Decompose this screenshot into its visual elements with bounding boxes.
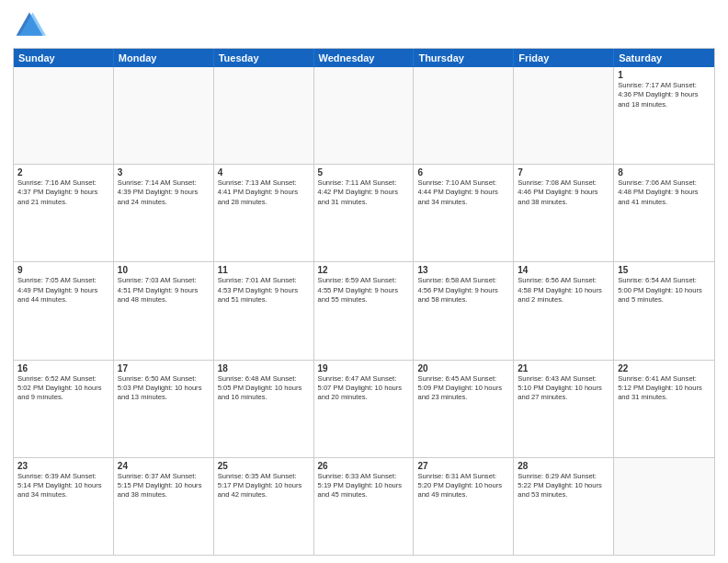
logo: [13, 9, 50, 42]
day-cell-19: 19Sunrise: 6:47 AM Sunset: 5:07 PM Dayli…: [314, 361, 415, 457]
day-number: 1: [618, 70, 711, 80]
day-info: Sunrise: 7:08 AM Sunset: 4:46 PM Dayligh…: [518, 178, 609, 207]
day-number: 28: [518, 461, 609, 471]
day-number: 6: [417, 167, 509, 178]
day-number: 5: [318, 167, 410, 178]
header-day-tuesday: Tuesday: [214, 49, 314, 67]
day-cell-2: 2Sunrise: 7:16 AM Sunset: 4:37 PM Daylig…: [14, 165, 114, 261]
day-number: 26: [318, 461, 410, 471]
day-cell-25: 25Sunrise: 6:35 AM Sunset: 5:17 PM Dayli…: [214, 458, 314, 555]
day-info: Sunrise: 6:37 AM Sunset: 5:15 PM Dayligh…: [118, 472, 210, 500]
day-number: 9: [17, 265, 109, 275]
day-number: 11: [218, 265, 310, 275]
day-number: 7: [518, 167, 609, 178]
day-number: 8: [618, 167, 711, 178]
day-number: 21: [518, 363, 609, 373]
day-info: Sunrise: 7:14 AM Sunset: 4:39 PM Dayligh…: [118, 178, 210, 207]
day-info: Sunrise: 7:05 AM Sunset: 4:49 PM Dayligh…: [17, 276, 109, 304]
day-cell-22: 22Sunrise: 6:41 AM Sunset: 5:12 PM Dayli…: [614, 361, 714, 457]
day-info: Sunrise: 6:33 AM Sunset: 5:19 PM Dayligh…: [318, 472, 410, 500]
header-day-saturday: Saturday: [614, 49, 714, 67]
day-number: 12: [318, 265, 410, 275]
day-info: Sunrise: 7:13 AM Sunset: 4:41 PM Dayligh…: [218, 178, 310, 207]
day-info: Sunrise: 6:48 AM Sunset: 5:05 PM Dayligh…: [218, 374, 310, 403]
day-cell-10: 10Sunrise: 7:03 AM Sunset: 4:51 PM Dayli…: [114, 262, 214, 359]
header-day-monday: Monday: [114, 49, 214, 67]
day-number: 2: [17, 167, 109, 178]
day-cell-21: 21Sunrise: 6:43 AM Sunset: 5:10 PM Dayli…: [514, 361, 614, 457]
day-cell-4: 4Sunrise: 7:13 AM Sunset: 4:41 PM Daylig…: [214, 165, 314, 261]
day-number: 24: [118, 461, 210, 471]
calendar-row-1: 2Sunrise: 7:16 AM Sunset: 4:37 PM Daylig…: [14, 165, 714, 262]
day-cell-26: 26Sunrise: 6:33 AM Sunset: 5:19 PM Dayli…: [314, 458, 415, 555]
day-cell-27: 27Sunrise: 6:31 AM Sunset: 5:20 PM Dayli…: [414, 458, 514, 555]
day-number: 19: [318, 363, 410, 373]
day-cell-empty-0-2: [214, 67, 314, 164]
day-cell-14: 14Sunrise: 6:56 AM Sunset: 4:58 PM Dayli…: [514, 262, 614, 359]
day-info: Sunrise: 6:58 AM Sunset: 4:56 PM Dayligh…: [417, 276, 509, 304]
day-info: Sunrise: 6:43 AM Sunset: 5:10 PM Dayligh…: [518, 374, 609, 403]
day-number: 15: [618, 265, 711, 275]
calendar-row-3: 16Sunrise: 6:52 AM Sunset: 5:02 PM Dayli…: [14, 361, 714, 458]
day-info: Sunrise: 6:59 AM Sunset: 4:55 PM Dayligh…: [318, 276, 410, 304]
day-cell-8: 8Sunrise: 7:06 AM Sunset: 4:48 PM Daylig…: [614, 165, 714, 261]
calendar-row-2: 9Sunrise: 7:05 AM Sunset: 4:49 PM Daylig…: [14, 262, 714, 360]
day-cell-18: 18Sunrise: 6:48 AM Sunset: 5:05 PM Dayli…: [214, 361, 314, 457]
day-number: 13: [417, 265, 509, 275]
day-cell-9: 9Sunrise: 7:05 AM Sunset: 4:49 PM Daylig…: [14, 262, 114, 359]
header: [13, 9, 715, 42]
day-number: 22: [618, 363, 711, 373]
calendar-body: 1Sunrise: 7:17 AM Sunset: 4:36 PM Daylig…: [14, 67, 714, 555]
day-cell-11: 11Sunrise: 7:01 AM Sunset: 4:53 PM Dayli…: [214, 262, 314, 359]
day-info: Sunrise: 6:39 AM Sunset: 5:14 PM Dayligh…: [17, 472, 109, 500]
day-info: Sunrise: 6:54 AM Sunset: 5:00 PM Dayligh…: [618, 276, 711, 304]
day-cell-6: 6Sunrise: 7:10 AM Sunset: 4:44 PM Daylig…: [414, 165, 514, 261]
day-info: Sunrise: 6:52 AM Sunset: 5:02 PM Dayligh…: [17, 374, 109, 403]
calendar-header: SundayMondayTuesdayWednesdayThursdayFrid…: [14, 49, 714, 67]
day-cell-7: 7Sunrise: 7:08 AM Sunset: 4:46 PM Daylig…: [514, 165, 614, 261]
day-number: 3: [118, 167, 210, 178]
header-day-sunday: Sunday: [14, 49, 114, 67]
day-cell-empty-0-5: [514, 67, 614, 164]
day-number: 4: [218, 167, 310, 178]
day-info: Sunrise: 7:01 AM Sunset: 4:53 PM Dayligh…: [218, 276, 310, 304]
day-number: 10: [118, 265, 210, 275]
day-number: 20: [417, 363, 509, 373]
day-number: 18: [218, 363, 310, 373]
day-info: Sunrise: 7:06 AM Sunset: 4:48 PM Dayligh…: [618, 178, 711, 207]
day-info: Sunrise: 6:45 AM Sunset: 5:09 PM Dayligh…: [417, 374, 509, 403]
day-info: Sunrise: 6:29 AM Sunset: 5:22 PM Dayligh…: [518, 472, 609, 500]
day-cell-3: 3Sunrise: 7:14 AM Sunset: 4:39 PM Daylig…: [114, 165, 214, 261]
day-cell-28: 28Sunrise: 6:29 AM Sunset: 5:22 PM Dayli…: [514, 458, 614, 555]
calendar: SundayMondayTuesdayWednesdayThursdayFrid…: [13, 48, 715, 556]
calendar-row-4: 23Sunrise: 6:39 AM Sunset: 5:14 PM Dayli…: [14, 458, 714, 555]
day-cell-5: 5Sunrise: 7:11 AM Sunset: 4:42 PM Daylig…: [314, 165, 415, 261]
day-info: Sunrise: 6:50 AM Sunset: 5:03 PM Dayligh…: [118, 374, 210, 403]
header-day-wednesday: Wednesday: [314, 49, 415, 67]
day-cell-17: 17Sunrise: 6:50 AM Sunset: 5:03 PM Dayli…: [114, 361, 214, 457]
day-cell-empty-0-0: [14, 67, 114, 164]
day-info: Sunrise: 6:47 AM Sunset: 5:07 PM Dayligh…: [318, 374, 410, 403]
day-number: 16: [17, 363, 109, 373]
day-cell-empty-0-4: [414, 67, 514, 164]
day-number: 23: [17, 461, 109, 471]
day-info: Sunrise: 6:31 AM Sunset: 5:20 PM Dayligh…: [417, 472, 509, 500]
day-cell-15: 15Sunrise: 6:54 AM Sunset: 5:00 PM Dayli…: [614, 262, 714, 359]
day-cell-13: 13Sunrise: 6:58 AM Sunset: 4:56 PM Dayli…: [414, 262, 514, 359]
day-info: Sunrise: 7:10 AM Sunset: 4:44 PM Dayligh…: [417, 178, 509, 207]
logo-icon: [13, 9, 46, 42]
calendar-row-0: 1Sunrise: 7:17 AM Sunset: 4:36 PM Daylig…: [14, 67, 714, 165]
day-cell-24: 24Sunrise: 6:37 AM Sunset: 5:15 PM Dayli…: [114, 458, 214, 555]
day-cell-23: 23Sunrise: 6:39 AM Sunset: 5:14 PM Dayli…: [14, 458, 114, 555]
header-day-friday: Friday: [514, 49, 614, 67]
day-info: Sunrise: 6:35 AM Sunset: 5:17 PM Dayligh…: [218, 472, 310, 500]
day-cell-12: 12Sunrise: 6:59 AM Sunset: 4:55 PM Dayli…: [314, 262, 415, 359]
day-cell-16: 16Sunrise: 6:52 AM Sunset: 5:02 PM Dayli…: [14, 361, 114, 457]
day-info: Sunrise: 6:41 AM Sunset: 5:12 PM Dayligh…: [618, 374, 711, 403]
day-number: 25: [218, 461, 310, 471]
day-info: Sunrise: 6:56 AM Sunset: 4:58 PM Dayligh…: [518, 276, 609, 304]
page: SundayMondayTuesdayWednesdayThursdayFrid…: [0, 0, 728, 563]
day-info: Sunrise: 7:16 AM Sunset: 4:37 PM Dayligh…: [17, 178, 109, 207]
day-number: 27: [417, 461, 509, 471]
day-cell-empty-4-6: [614, 458, 714, 555]
